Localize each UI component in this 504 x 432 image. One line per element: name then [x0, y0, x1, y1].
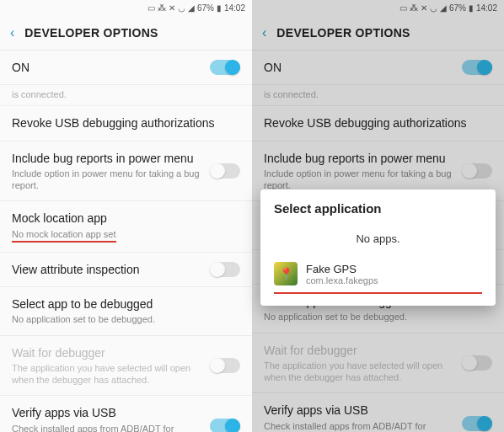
wait-debugger-row: Wait for debugger The application you ha… [252, 333, 504, 394]
revoke-label: Revoke USB debugging authorizations [12, 115, 240, 131]
app-name: Fake GPS [306, 263, 378, 275]
verify-label: Verify apps via USB [264, 403, 453, 418]
highlight-underline [274, 292, 482, 294]
view-attr-label: View attribute inspection [12, 262, 201, 277]
master-toggle[interactable] [462, 60, 492, 75]
page-title: DEVELOPER OPTIONS [276, 26, 410, 40]
bugreport-toggle[interactable] [210, 163, 240, 179]
verify-toggle[interactable] [210, 419, 240, 432]
signal-icon: ◢ [440, 3, 447, 13]
dialog-title: Select application [260, 201, 496, 224]
bugreport-sub: Include option in power menu for taking … [12, 168, 201, 192]
mock-label: Mock location app [12, 211, 240, 226]
bluetooth-icon: ⁂ [158, 3, 166, 13]
screenshot-left: ▭ ⁂ ✕ ◡ ◢ 67% ▮ 14:02 ‹ DEVELOPER OPTION… [0, 0, 252, 432]
screenshot-right: ▭ ⁂ ✕ ◡ ◢ 67% ▮ 14:02 ‹ DEVELOPER OPTION… [252, 0, 504, 432]
bugreport-toggle[interactable] [462, 163, 492, 179]
header: ‹ DEVELOPER OPTIONS [252, 15, 504, 51]
connected-text: is connected. [12, 88, 67, 100]
header: ‹ DEVELOPER OPTIONS [0, 15, 252, 51]
view-attr-toggle[interactable] [210, 262, 240, 277]
notif-icon: ▭ [147, 3, 155, 13]
verify-sub: Check installed apps from ADB/ADT for ha… [264, 420, 453, 432]
wait-label: Wait for debugger [264, 343, 453, 358]
clock: 14:02 [224, 3, 245, 13]
wifi-icon: ◡ [430, 3, 437, 13]
view-attribute-row[interactable]: View attribute inspection [0, 253, 252, 287]
revoke-usb-row[interactable]: Revoke USB debugging authorizations [0, 106, 252, 141]
battery-icon: ▮ [217, 3, 222, 13]
battery-icon: ▮ [469, 3, 474, 13]
verify-sub: Check installed apps from ADB/ADT for ha… [12, 423, 201, 432]
connected-row: is connected. [252, 85, 504, 106]
bugreport-label: Include bug reports in power menu [12, 151, 201, 166]
revoke-label: Revoke USB debugging authorizations [264, 115, 492, 131]
battery-percent: 67% [197, 3, 214, 13]
fake-gps-icon: 📍 [274, 262, 298, 285]
vibrate-icon: ✕ [169, 3, 175, 13]
connected-text: is connected. [264, 88, 319, 100]
settings-list: ON is connected. Revoke USB debugging au… [0, 51, 252, 432]
vibrate-icon: ✕ [421, 3, 427, 13]
wait-toggle [210, 358, 240, 373]
master-toggle[interactable] [210, 60, 240, 75]
master-switch-row[interactable]: ON [0, 51, 252, 85]
battery-percent: 67% [449, 3, 466, 13]
revoke-usb-row[interactable]: Revoke USB debugging authorizations [252, 106, 504, 141]
wait-sub: The application you have selected will o… [12, 362, 201, 387]
back-icon[interactable]: ‹ [10, 25, 14, 40]
wait-sub: The application you have selected will o… [264, 360, 453, 384]
connected-row: is connected. [0, 85, 252, 106]
verify-label: Verify apps via USB [12, 405, 201, 420]
app-package: com.lexa.fakegps [306, 275, 378, 285]
wifi-icon: ◡ [178, 3, 185, 13]
page-title: DEVELOPER OPTIONS [24, 26, 158, 40]
wait-debugger-row: Wait for debugger The application you ha… [0, 336, 252, 397]
select-debug-app-row[interactable]: Select app to be debugged No application… [0, 287, 252, 335]
select-debug-sub: No application set to be debugged. [264, 311, 492, 323]
fake-gps-option[interactable]: 📍 Fake GPS com.lexa.fakegps [260, 253, 496, 289]
on-label: ON [12, 60, 201, 75]
notif-icon: ▭ [399, 3, 407, 13]
verify-apps-row[interactable]: Verify apps via USB Check installed apps… [252, 393, 504, 432]
wait-toggle [462, 355, 492, 371]
mock-location-row[interactable]: Mock location app No mock location app s… [0, 201, 252, 252]
no-apps-option[interactable]: No apps. [260, 224, 496, 253]
bugreport-sub: Include option in power menu for taking … [264, 168, 453, 192]
status-bar: ▭ ⁂ ✕ ◡ ◢ 67% ▮ 14:02 [0, 0, 252, 15]
select-debug-label: Select app to be debugged [12, 296, 240, 312]
verify-toggle[interactable] [462, 416, 492, 431]
bluetooth-icon: ⁂ [410, 3, 418, 13]
bug-reports-row[interactable]: Include bug reports in power menu Includ… [0, 141, 252, 202]
signal-icon: ◢ [188, 3, 195, 13]
status-bar: ▭ ⁂ ✕ ◡ ◢ 67% ▮ 14:02 [252, 0, 504, 15]
wait-label: Wait for debugger [12, 345, 201, 360]
select-debug-sub: No application set to be debugged. [12, 313, 240, 325]
select-application-dialog: Select application No apps. 📍 Fake GPS c… [260, 189, 496, 306]
on-label: ON [264, 60, 453, 75]
master-switch-row[interactable]: ON [252, 51, 504, 85]
bugreport-label: Include bug reports in power menu [264, 151, 453, 166]
mock-sub: No mock location app set [12, 228, 240, 243]
clock: 14:02 [476, 3, 497, 13]
verify-apps-row[interactable]: Verify apps via USB Check installed apps… [0, 396, 252, 432]
back-icon[interactable]: ‹ [262, 25, 266, 40]
